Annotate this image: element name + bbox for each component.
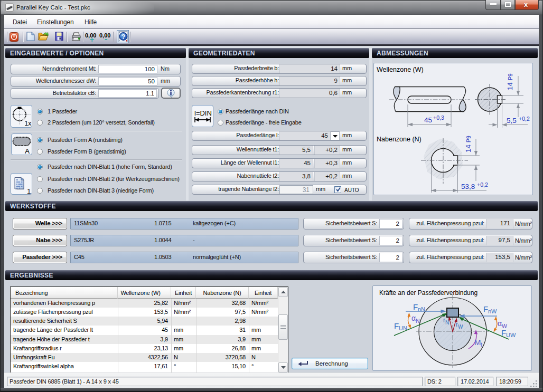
svg-text:W: W bbox=[458, 324, 463, 330]
svg-text:F: F bbox=[483, 304, 488, 313]
svg-text:53,8: 53,8 bbox=[461, 183, 475, 190]
svg-text:+0,2: +0,2 bbox=[519, 116, 530, 122]
svg-text:Wellenzone (W): Wellenzone (W) bbox=[377, 66, 424, 73]
svg-text:F: F bbox=[501, 328, 506, 337]
svg-text:nN: nN bbox=[418, 306, 425, 312]
svg-text:1x: 1x bbox=[25, 120, 32, 127]
svg-text:A: A bbox=[25, 147, 30, 155]
svg-text:F: F bbox=[394, 321, 399, 330]
svg-text:5,5: 5,5 bbox=[507, 117, 517, 125]
svg-text:1: 1 bbox=[27, 187, 31, 195]
svg-text:P9: P9 bbox=[465, 136, 472, 142]
svg-text:+0,3: +0,3 bbox=[433, 114, 444, 121]
svg-text:+0,2: +0,2 bbox=[477, 181, 488, 188]
svg-text:α: α bbox=[411, 314, 416, 322]
svg-text:Kräfte an der Passfederverbind: Kräfte an der Passfederverbindung bbox=[379, 289, 478, 297]
svg-text:14: 14 bbox=[464, 144, 472, 152]
svg-text:N: N bbox=[445, 320, 449, 326]
svg-text:45: 45 bbox=[424, 116, 432, 124]
svg-text:Nabenzone (N): Nabenzone (N) bbox=[377, 136, 422, 143]
svg-text:M: M bbox=[474, 338, 481, 347]
svg-text:W: W bbox=[502, 323, 507, 329]
svg-text:t: t bbox=[481, 341, 482, 348]
svg-text:N: N bbox=[416, 318, 420, 324]
svg-text:UN: UN bbox=[399, 325, 407, 331]
svg-text:α: α bbox=[498, 319, 502, 328]
svg-text:UW: UW bbox=[506, 332, 516, 338]
svg-text:F: F bbox=[413, 302, 418, 311]
svg-text:l=DIN: l=DIN bbox=[194, 109, 212, 117]
svg-text:nW: nW bbox=[488, 308, 497, 314]
svg-text:14: 14 bbox=[506, 82, 514, 90]
svg-text:P9: P9 bbox=[507, 73, 513, 80]
